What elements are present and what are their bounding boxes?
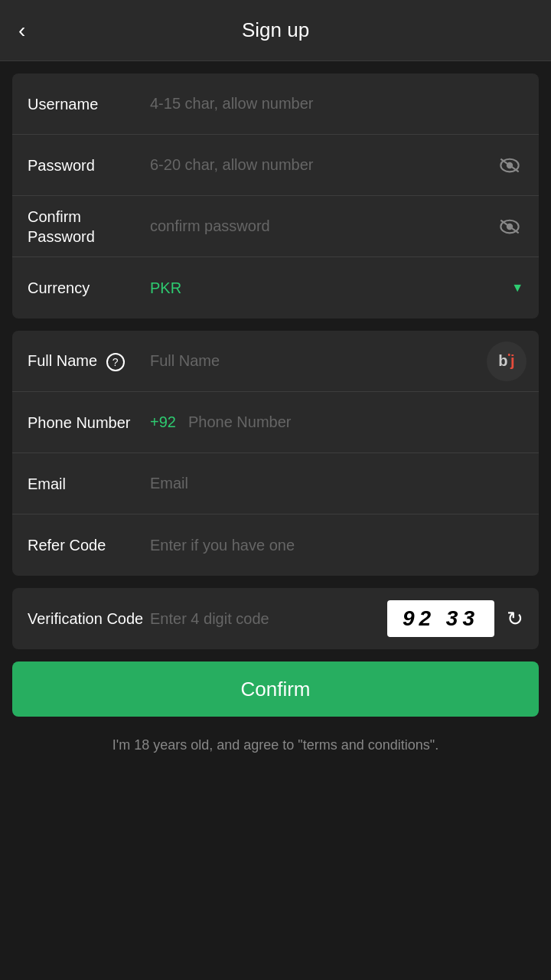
phone-number-input[interactable]: +92 Phone Number [150, 413, 523, 431]
password-row: Password 6-20 char, allow number [12, 135, 539, 196]
username-placeholder: 4-15 char, allow number [150, 95, 313, 113]
verification-code-row: Verification Code Enter 4 digit code 92 … [12, 588, 539, 649]
refer-code-label: Refer Code [28, 535, 150, 555]
header: ‹ Sign up [0, 0, 551, 61]
verification-code-placeholder: Enter 4 digit code [150, 610, 269, 628]
confirm-password-label: Confirm Password [28, 207, 150, 247]
currency-label: Currency [28, 278, 150, 298]
username-input[interactable]: 4-15 char, allow number [150, 95, 523, 113]
refer-code-placeholder: Enter if you have one [150, 537, 295, 554]
phone-number-placeholder: Phone Number [188, 413, 292, 431]
username-label: Username [28, 94, 150, 114]
bj-letter-j: j [510, 352, 515, 370]
full-name-placeholder: Full Name [150, 352, 220, 370]
email-row: Email Email [12, 453, 539, 514]
username-row: Username 4-15 char, allow number [12, 74, 539, 135]
personal-section: Full Name ? Full Name b•j Phone Number +… [12, 331, 539, 576]
email-input[interactable]: Email [150, 475, 523, 492]
phone-prefix: +92 [150, 413, 176, 431]
verification-code-label: Verification Code [28, 609, 150, 629]
currency-selector[interactable]: PKR [150, 279, 523, 297]
full-name-input[interactable]: Full Name [150, 352, 523, 370]
password-input[interactable]: 6-20 char, allow number [150, 156, 523, 174]
password-toggle-button[interactable] [496, 152, 523, 179]
phone-number-row: Phone Number +92 Phone Number [12, 392, 539, 453]
refer-code-input[interactable]: Enter if you have one [150, 537, 523, 554]
password-placeholder: 6-20 char, allow number [150, 156, 313, 174]
terms-text: I'm 18 years old, and agree to "terms an… [0, 723, 551, 768]
password-label: Password [28, 155, 150, 175]
confirm-button[interactable]: Confirm [12, 662, 539, 717]
full-name-label: Full Name ? [28, 351, 150, 371]
bj-letter-b: b [498, 352, 507, 370]
email-label: Email [28, 474, 150, 494]
confirm-password-row: Confirm Password confirm password [12, 196, 539, 257]
captcha-refresh-button[interactable]: ↻ [507, 607, 523, 631]
confirm-password-input[interactable]: confirm password [150, 217, 523, 235]
email-placeholder: Email [150, 475, 188, 492]
full-name-help-icon[interactable]: ? [106, 353, 125, 371]
phone-number-label: Phone Number [28, 413, 150, 433]
currency-value: PKR [150, 279, 181, 297]
page-title: Sign up [242, 18, 309, 42]
verification-code-input[interactable]: Enter 4 digit code [150, 610, 378, 628]
verification-section: Verification Code Enter 4 digit code 92 … [12, 588, 539, 649]
currency-dropdown-icon[interactable]: ▼ [511, 281, 523, 295]
account-section: Username 4-15 char, allow number Passwor… [12, 74, 539, 318]
back-button[interactable]: ‹ [18, 18, 25, 43]
refer-code-row: Refer Code Enter if you have one [12, 514, 539, 576]
full-name-row: Full Name ? Full Name b•j [12, 331, 539, 392]
captcha-image: 92 33 [387, 600, 494, 637]
confirm-password-toggle-button[interactable] [496, 213, 523, 240]
currency-row: Currency PKR ▼ [12, 257, 539, 318]
bj-dot: • [508, 351, 511, 359]
bj-logo: b•j [487, 341, 527, 381]
confirm-password-placeholder: confirm password [150, 217, 270, 235]
